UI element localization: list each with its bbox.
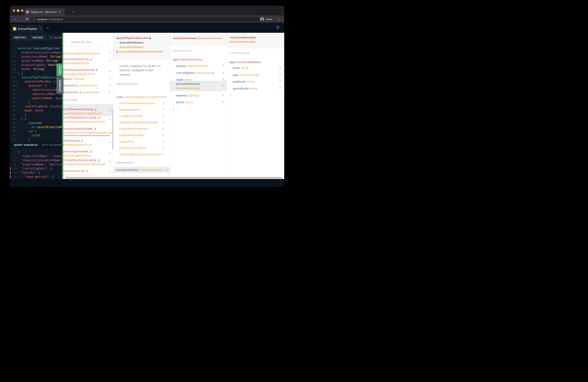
reload-icon[interactable]: ↻ bbox=[24, 16, 30, 22]
docs-search-box[interactable] bbox=[66, 38, 109, 46]
chevron-right-icon[interactable] bbox=[223, 85, 224, 86]
docs-list-item-type[interactable]: heduleMutationResult! bbox=[63, 153, 91, 157]
fold-arrow-icon[interactable]: ▾ bbox=[16, 80, 18, 84]
endpoint-input[interactable]: ↺http://loc bbox=[48, 35, 62, 40]
code-line[interactable]: 1mutation ExecutePipeline( bbox=[10, 46, 62, 50]
code-line[interactable]: 18▾ ) { bbox=[10, 117, 62, 121]
code-line[interactable]: 7▾) { bbox=[10, 71, 62, 75]
docs-list-item-type[interactable]: erminatePipelineExecutionResult! bbox=[63, 162, 105, 166]
type-field[interactable]: preset: String bbox=[176, 100, 193, 104]
prettify-button[interactable]: PRETTIFY bbox=[12, 35, 28, 40]
query-editor-pane[interactable]: PRETTIFY HISTORY ↺http://loc 1mutation E… bbox=[10, 33, 62, 179]
traffic-zoom-icon[interactable] bbox=[21, 9, 23, 12]
site-info-icon[interactable]: i bbox=[33, 18, 35, 21]
docs-search-input[interactable] bbox=[71, 40, 108, 43]
chevron-right-icon[interactable] bbox=[109, 118, 111, 120]
chevron-right-icon[interactable] bbox=[109, 91, 111, 93]
docs-list-item[interactable]: nConfigSchemaOrError(...): bbox=[63, 68, 98, 72]
docs-list-item[interactable]: stance: Instance! bbox=[63, 77, 84, 81]
fold-arrow-icon[interactable]: ▾ bbox=[16, 84, 18, 88]
union-member[interactable]: PipelineRunConflict bbox=[119, 133, 144, 137]
browser-menu-icon[interactable]: ⋮ bbox=[278, 17, 281, 21]
query-tab[interactable]: M ExecutePipeline ✕ bbox=[11, 25, 43, 33]
fold-arrow-icon[interactable]: ▾ bbox=[16, 150, 18, 154]
docs-list-item-type[interactable]: heduleMutationResult! bbox=[63, 143, 91, 147]
code-line[interactable]: 1▾{ bbox=[10, 150, 62, 154]
fold-arrow-icon[interactable]: ▾ bbox=[16, 167, 18, 171]
profile-button[interactable]: Guest bbox=[259, 17, 275, 22]
tab-close-icon[interactable]: ✕ bbox=[59, 11, 61, 13]
code-line[interactable]: 3 $repositoryName: String! bbox=[10, 55, 62, 59]
chevron-right-icon[interactable] bbox=[109, 77, 111, 79]
endpoint-reload-icon[interactable]: ↺ bbox=[50, 36, 52, 39]
chevron-right-icon[interactable] bbox=[109, 84, 111, 86]
code-line[interactable]: 6 $mode: String! bbox=[10, 67, 62, 71]
code-line[interactable]: 22 runId bbox=[10, 133, 62, 137]
docs-list-item[interactable]: unchPipelineExecution(...): bbox=[63, 107, 97, 111]
fold-arrow-icon[interactable]: ▾ bbox=[16, 117, 18, 121]
chevron-right-icon[interactable] bbox=[280, 87, 281, 89]
chevron-right-icon[interactable] bbox=[109, 52, 111, 54]
docs-list-vertical-scrollbar[interactable] bbox=[112, 109, 113, 150]
code-line[interactable]: 3 "repositoryLocationName" bbox=[10, 158, 62, 162]
chevron-right-icon[interactable] bbox=[163, 134, 164, 136]
url-bar[interactable]: i localhost:3333/graphql bbox=[30, 17, 260, 22]
type-field[interactable]: selector: PipelineSelector! bbox=[176, 64, 209, 68]
chevron-right-icon[interactable] bbox=[109, 129, 111, 131]
chevron-right-icon[interactable] bbox=[163, 127, 164, 129]
chevron-right-icon[interactable] bbox=[163, 115, 164, 117]
docs-list-item[interactable]: concileSchedulerState(...): bbox=[63, 127, 96, 130]
argument-row[interactable]: executionParams: ExecutionParams! bbox=[116, 168, 163, 172]
docs-list-item[interactable]: setOrError(...): AssetOrError! bbox=[63, 90, 100, 94]
code-line[interactable]: 6▾ "solids": { bbox=[10, 171, 62, 175]
code-line[interactable]: 2 $repositoryLocationName: bbox=[10, 50, 62, 55]
chevron-right-icon[interactable] bbox=[223, 78, 224, 80]
code-line[interactable]: 8 launchPipelineExecution( bbox=[10, 75, 62, 80]
chevron-right-icon[interactable] bbox=[109, 152, 111, 154]
chevron-right-icon[interactable] bbox=[223, 101, 224, 103]
query-code[interactable]: 1mutation ExecutePipeline(2 $repositoryL… bbox=[10, 46, 62, 142]
docs-list-item[interactable]: pelineConfigValidationResult! bbox=[63, 51, 100, 55]
forward-icon[interactable]: → bbox=[19, 16, 24, 22]
union-member[interactable]: PipelineConfigValidationInvalid bbox=[119, 120, 158, 124]
docs-side-tab[interactable]: DOCS bbox=[57, 64, 63, 76]
code-line[interactable]: 4 "pipelineName": "metrics bbox=[10, 162, 62, 167]
chevron-right-icon[interactable] bbox=[280, 73, 281, 75]
code-line[interactable]: 7▾ "save_metrics": { bbox=[10, 175, 62, 179]
query-tab-close-icon[interactable]: ✕ bbox=[39, 27, 42, 30]
union-member[interactable]: LaunchPipelineRunSuccess bbox=[119, 101, 154, 105]
chevron-right-icon[interactable] bbox=[163, 140, 164, 142]
chevron-right-icon[interactable] bbox=[280, 80, 281, 82]
settings-gear-icon[interactable]: ⚙ bbox=[276, 25, 280, 30]
chevron-right-icon[interactable] bbox=[109, 110, 111, 112]
chevron-right-icon[interactable] bbox=[163, 147, 164, 149]
type-field[interactable]: tags: [ExecutionTag!] bbox=[233, 73, 259, 77]
browser-tab[interactable]: Playground - http://localhost:3 ✕ bbox=[24, 8, 65, 16]
docs-list-item[interactable]: pRunningSchedule(...): bbox=[63, 149, 92, 153]
docs-list-item[interactable]: rminatePipelineExecution(...): bbox=[63, 158, 100, 162]
code-line[interactable]: 11 repositoryLocationName: $repositoryLo… bbox=[10, 88, 62, 92]
union-member[interactable]: PresetNotFoundError bbox=[119, 146, 146, 150]
type-field-type[interactable]: ExecutionMetadata bbox=[176, 86, 200, 90]
add-query-tab-button[interactable]: + bbox=[46, 26, 49, 30]
chevron-right-icon[interactable] bbox=[109, 70, 111, 72]
docs-list-item[interactable]: unchPipelineReexecution(...): bbox=[63, 115, 100, 119]
fold-arrow-icon[interactable]: ▾ bbox=[16, 175, 18, 179]
chevron-right-icon[interactable] bbox=[109, 161, 111, 163]
new-tab-button[interactable]: + bbox=[71, 9, 76, 14]
schema-side-tab[interactable]: SCHEMA bbox=[57, 77, 63, 94]
chevron-right-icon[interactable] bbox=[223, 71, 224, 73]
type-field[interactable]: parentRunId: String bbox=[233, 86, 257, 90]
chevron-right-icon[interactable] bbox=[163, 121, 164, 123]
docs-list-item[interactable]: letePipelineRun(...): bbox=[63, 169, 88, 173]
chevron-right-icon[interactable] bbox=[163, 102, 164, 104]
fold-arrow-icon[interactable]: ▾ bbox=[16, 71, 18, 75]
list-horizontal-scrollbar[interactable] bbox=[63, 135, 110, 136]
docs-list-item-type[interactable]: unConfigSchemaOrError! bbox=[63, 72, 95, 76]
code-line[interactable]: 5 $runConfigData: RunConfigData! bbox=[10, 63, 62, 67]
code-line[interactable]: 21 run { bbox=[10, 129, 62, 133]
chevron-right-icon[interactable] bbox=[109, 141, 111, 143]
type-field[interactable]: stepKeys: [String!] bbox=[176, 93, 199, 97]
history-button[interactable]: HISTORY bbox=[29, 35, 47, 40]
docs-list-item-type[interactable]: xecutionPlanOrError! bbox=[63, 61, 90, 65]
